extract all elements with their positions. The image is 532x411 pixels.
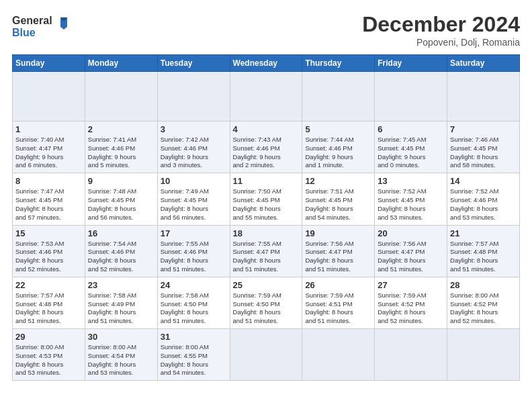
day-number: 3 (161, 124, 227, 134)
day-info: Sunrise: 7:48 AM (88, 187, 154, 196)
cell-w5-d4 (302, 329, 375, 381)
cell-w4-d1: 23Sunrise: 7:58 AMSunset: 4:49 PMDayligh… (85, 277, 157, 328)
day-number: 10 (161, 176, 227, 186)
cell-w4-d0: 22Sunrise: 7:57 AMSunset: 4:48 PMDayligh… (13, 277, 85, 328)
day-info: Sunrise: 7:55 AM (233, 240, 300, 248)
day-info: and 53 minutes. (450, 214, 517, 222)
day-info: and 1 minute. (305, 161, 371, 170)
cell-w2-d2: 10Sunrise: 7:49 AMSunset: 4:45 PMDayligh… (157, 173, 230, 225)
day-info: Sunrise: 7:52 AM (450, 187, 517, 196)
calendar-table: Sunday Monday Tuesday Wednesday Thursday… (12, 54, 520, 381)
day-info: Daylight: 8 hours (305, 205, 371, 214)
day-info: Sunrise: 8:00 AM (15, 343, 82, 352)
day-number: 13 (378, 176, 444, 186)
day-info: Sunset: 4:45 PM (305, 196, 371, 205)
col-friday: Friday (375, 55, 447, 72)
day-number: 11 (233, 176, 300, 186)
day-info: Sunset: 4:47 PM (305, 248, 371, 257)
day-info: Daylight: 9 hours (305, 153, 371, 162)
day-info: Sunset: 4:45 PM (88, 196, 154, 205)
title-section: December 2024 Popoveni, Dolj, Romania (362, 12, 520, 48)
day-info: Daylight: 8 hours (161, 361, 227, 369)
calendar-header-row: Sunday Monday Tuesday Wednesday Thursday… (13, 55, 520, 72)
col-monday: Monday (85, 55, 157, 72)
day-info: Daylight: 8 hours (88, 257, 154, 265)
day-info: and 51 minutes. (161, 317, 227, 326)
day-info: and 54 minutes. (305, 214, 371, 222)
cell-w3-d3: 18Sunrise: 7:55 AMSunset: 4:47 PMDayligh… (230, 225, 302, 277)
day-number: 24 (161, 280, 227, 290)
day-info: Sunset: 4:50 PM (233, 300, 300, 309)
day-info: Sunset: 4:46 PM (305, 144, 371, 153)
day-info: Daylight: 8 hours (450, 308, 517, 317)
week-row-1: 1Sunrise: 7:40 AMSunset: 4:47 PMDaylight… (13, 122, 520, 173)
day-info: and 55 minutes. (233, 214, 300, 222)
day-info: Sunset: 4:51 PM (305, 300, 371, 309)
cell-w4-d3: 25Sunrise: 7:59 AMSunset: 4:50 PMDayligh… (230, 277, 302, 328)
day-info: Daylight: 8 hours (15, 361, 82, 369)
day-number: 12 (305, 176, 371, 186)
day-info: Sunset: 4:50 PM (161, 300, 227, 309)
day-info: Sunset: 4:55 PM (161, 352, 227, 361)
day-info: Sunrise: 7:44 AM (305, 136, 371, 144)
cell-w0-d4 (302, 72, 375, 122)
cell-w4-d5: 27Sunrise: 7:59 AMSunset: 4:52 PMDayligh… (375, 277, 447, 328)
day-info: Sunrise: 7:41 AM (88, 136, 154, 144)
day-number: 2 (88, 124, 154, 134)
day-info: and 56 minutes. (161, 214, 227, 222)
day-info: Daylight: 8 hours (378, 308, 444, 317)
day-info: Sunrise: 7:57 AM (450, 240, 517, 248)
day-info: Sunrise: 7:40 AM (15, 136, 82, 144)
day-info: Daylight: 8 hours (15, 205, 82, 214)
col-thursday: Thursday (302, 55, 375, 72)
day-number: 21 (450, 228, 517, 238)
cell-w1-d0: 1Sunrise: 7:40 AMSunset: 4:47 PMDaylight… (13, 122, 85, 173)
day-info: Sunrise: 7:59 AM (233, 291, 300, 300)
day-info: and 6 minutes. (15, 161, 82, 170)
day-info: and 0 minutes. (378, 161, 444, 170)
day-info: Sunrise: 7:50 AM (233, 187, 300, 196)
day-info: and 53 minutes. (88, 369, 154, 377)
day-info: and 51 minutes. (233, 265, 300, 274)
week-row-2: 8Sunrise: 7:47 AMSunset: 4:45 PMDaylight… (13, 173, 520, 225)
day-info: Sunset: 4:45 PM (15, 196, 82, 205)
cell-w5-d0: 29Sunrise: 8:00 AMSunset: 4:53 PMDayligh… (13, 329, 85, 381)
day-info: Daylight: 8 hours (88, 308, 154, 317)
day-info: Sunrise: 7:42 AM (161, 136, 227, 144)
day-number: 9 (88, 176, 154, 186)
day-number: 8 (15, 176, 82, 186)
day-info: Sunset: 4:46 PM (15, 248, 82, 257)
cell-w4-d6: 28Sunrise: 8:00 AMSunset: 4:52 PMDayligh… (447, 277, 520, 328)
day-info: Sunset: 4:52 PM (378, 300, 444, 309)
cell-w3-d2: 17Sunrise: 7:55 AMSunset: 4:46 PMDayligh… (157, 225, 230, 277)
month-title: December 2024 (362, 12, 520, 37)
cell-w0-d3 (230, 72, 302, 122)
day-info: Daylight: 9 hours (233, 153, 300, 162)
cell-w1-d3: 4Sunrise: 7:43 AMSunset: 4:46 PMDaylight… (230, 122, 302, 173)
logo: General Blue (12, 12, 73, 42)
location: Popoveni, Dolj, Romania (362, 37, 520, 48)
cell-w5-d1: 30Sunrise: 8:00 AMSunset: 4:54 PMDayligh… (85, 329, 157, 381)
cell-w3-d0: 15Sunrise: 7:53 AMSunset: 4:46 PMDayligh… (13, 225, 85, 277)
day-number: 6 (378, 124, 444, 134)
day-number: 26 (305, 280, 371, 290)
col-saturday: Saturday (447, 55, 520, 72)
day-info: Daylight: 8 hours (450, 205, 517, 214)
col-wednesday: Wednesday (230, 55, 302, 72)
day-info: and 51 minutes. (233, 317, 300, 326)
day-info: Daylight: 8 hours (233, 308, 300, 317)
cell-w5-d5 (375, 329, 447, 381)
day-info: Sunrise: 7:49 AM (161, 187, 227, 196)
day-info: and 3 minutes. (161, 161, 227, 170)
header: General Blue December 2024 Popoveni, Dol… (12, 12, 520, 48)
day-info: and 54 minutes. (161, 369, 227, 377)
day-info: Sunrise: 7:59 AM (305, 291, 371, 300)
cell-w0-d6 (447, 72, 520, 122)
day-number: 4 (233, 124, 300, 134)
day-info: and 51 minutes. (450, 265, 517, 274)
week-row-4: 22Sunrise: 7:57 AMSunset: 4:48 PMDayligh… (13, 277, 520, 328)
day-info: Sunrise: 7:51 AM (305, 187, 371, 196)
day-info: Sunset: 4:46 PM (88, 248, 154, 257)
day-info: Sunrise: 8:00 AM (161, 343, 227, 352)
day-info: Sunset: 4:45 PM (450, 144, 517, 153)
